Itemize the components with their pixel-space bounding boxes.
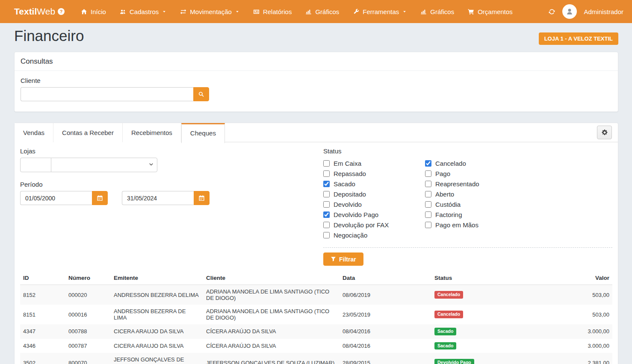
status-checkbox[interactable] — [425, 160, 431, 167]
lojas-select[interactable] — [51, 158, 157, 172]
brand-logo[interactable]: TextilWeb ? — [14, 6, 65, 17]
column-header-status: Status — [431, 272, 555, 285]
nav-item-graficos-2[interactable]: Gráficos — [413, 0, 461, 23]
status-checkbox[interactable] — [323, 170, 330, 177]
date-to-input[interactable] — [122, 191, 194, 205]
nav-menu: InícioCadastrosMovimentaçãoRelatóriosGrá… — [74, 0, 520, 23]
cliente-label: Cliente — [21, 77, 612, 84]
table-header-row: IDNúmeroEmitenteClienteDataStatusValor — [20, 272, 612, 285]
status-checkbox-label: Factoring — [435, 211, 462, 218]
tab-vendas[interactable]: Vendas — [15, 123, 53, 142]
status-checkbox[interactable] — [425, 191, 431, 197]
table-row[interactable]: 3502800070JEFFSON GONÇALVES DE SOUZAJEFE… — [20, 353, 612, 364]
status-checkbox[interactable] — [323, 160, 330, 167]
refresh-icon[interactable] — [548, 8, 555, 15]
page-title: Financeiro — [14, 27, 84, 44]
status-badge: Cancelado — [434, 291, 463, 299]
cell-data: 23/05/2019 — [340, 305, 431, 324]
status-option-sacado: Sacado — [323, 180, 425, 188]
status-checkbox-label: Depositado — [334, 191, 366, 198]
status-option-pago-em-mãos: Pago em Mãos — [425, 221, 527, 229]
calendar-icon — [198, 195, 205, 201]
table-row[interactable]: 8152000020ANDRESSON BEZERRA DELIMAADRIAN… — [20, 285, 612, 305]
status-checkbox[interactable] — [425, 201, 431, 208]
table-row[interactable]: 8151000016ANDRESSON BEZERRA DE LIMAADRIA… — [20, 305, 612, 324]
status-option-devolução-por-fax: Devolução por FAX — [323, 221, 425, 229]
status-checkbox[interactable] — [323, 201, 330, 208]
cell-data: 08/04/2016 — [340, 324, 431, 339]
status-badge: Sacado — [434, 342, 456, 350]
avatar[interactable] — [562, 4, 577, 19]
nav-item-label: Relatórios — [263, 8, 292, 15]
table-row[interactable]: 4347000788CICERA ARAUJO DA SILVACÍCERA A… — [20, 324, 612, 339]
tabs: VendasContas a ReceberRecebimentosCheque… — [15, 123, 225, 142]
main-panel: VendasContas a ReceberRecebimentosCheque… — [14, 123, 618, 364]
nav-item-relatorios[interactable]: Relatórios — [246, 0, 299, 23]
status-checkbox[interactable] — [323, 211, 330, 218]
filters-section: Lojas Período — [20, 147, 612, 266]
status-badge: Sacado — [434, 328, 456, 335]
status-checkbox-label: Pago em Mãos — [435, 221, 478, 229]
filtrar-button[interactable]: Filtrar — [323, 252, 363, 266]
date-to-calendar-button[interactable] — [194, 191, 210, 205]
tab-recebimentos[interactable]: Recebimentos — [123, 123, 181, 142]
nav-item-graficos[interactable]: Gráficos — [298, 0, 346, 23]
status-option-devolvido-pago: Devolvido Pago — [323, 211, 425, 218]
status-checkbox[interactable] — [323, 222, 330, 228]
cell-cliente: CÍCERA ARAÚJO DA SILVA — [203, 324, 340, 339]
nav-item-ferramentas[interactable]: Ferramentas — [346, 0, 413, 23]
lojas-code-input[interactable] — [20, 158, 51, 172]
nav-item-orcamentos[interactable]: Orçamentos — [461, 0, 520, 23]
cell-valor: 3.000,00 — [555, 324, 612, 339]
status-col1: Em CaixaRepassadoSacadoDepositadoDevolvi… — [323, 160, 425, 242]
column-header-número: Número — [65, 272, 111, 285]
status-checkbox[interactable] — [425, 211, 431, 218]
top-navbar: TextilWeb ? InícioCadastrosMovimentaçãoR… — [0, 0, 632, 23]
status-checkbox[interactable] — [323, 181, 330, 187]
status-checkbox[interactable] — [323, 232, 330, 238]
dates-row — [20, 191, 323, 205]
tab-contas-a-receber[interactable]: Contas a Receber — [53, 123, 123, 142]
status-checkbox[interactable] — [323, 191, 330, 197]
column-header-emitente: Emitente — [111, 272, 203, 285]
gear-icon — [601, 129, 608, 136]
date-from-input[interactable] — [20, 191, 92, 205]
status-checkbox[interactable] — [425, 222, 431, 228]
user-name[interactable]: Administrador — [584, 8, 623, 15]
tabbar: VendasContas a ReceberRecebimentosCheque… — [15, 123, 618, 142]
nav-item-label: Movimentação — [190, 8, 232, 15]
table-row[interactable]: 4346000787CICERA ARAUJO DA SILVACÍCERA A… — [20, 339, 612, 353]
person-icon — [565, 7, 574, 16]
cell-valor: 503,00 — [555, 305, 612, 324]
cell-id: 4346 — [20, 339, 65, 353]
status-option-cancelado: Cancelado — [425, 160, 527, 167]
status-checkbox-label: Negociação — [334, 232, 367, 239]
nav-item-label: Cadastros — [130, 8, 159, 15]
nav-item-movimentacao[interactable]: Movimentação — [173, 0, 246, 23]
periodo-label: Período — [20, 181, 323, 188]
cell-status: Cancelado — [431, 305, 555, 324]
brand-text-light: Web — [37, 6, 55, 17]
tab-cheques[interactable]: Cheques — [181, 123, 225, 143]
nav-item-label: Gráficos — [315, 8, 339, 15]
nav-item-inicio[interactable]: Início — [74, 0, 113, 23]
settings-button[interactable] — [597, 126, 612, 139]
status-option-factoring: Factoring — [425, 211, 527, 218]
status-checkbox[interactable] — [425, 181, 431, 187]
help-icon[interactable]: ? — [58, 8, 65, 15]
date-from-calendar-button[interactable] — [92, 191, 108, 205]
store-button[interactable]: LOJA 1 - A VELOZ TEXTIL — [539, 32, 618, 45]
status-option-em-caixa: Em Caixa — [323, 160, 425, 167]
cell-id: 8152 — [20, 285, 65, 305]
status-checkbox-label: Cancelado — [435, 160, 466, 167]
home-icon — [81, 9, 87, 15]
cell-id: 8151 — [20, 305, 65, 324]
status-option-custódia: Custódia — [425, 201, 527, 208]
exchange-icon — [180, 9, 186, 15]
nav-item-cadastros[interactable]: Cadastros — [113, 0, 173, 23]
cell-status: Devolvido Pago — [431, 353, 555, 364]
cliente-input[interactable] — [21, 87, 193, 101]
cliente-search-button[interactable] — [193, 87, 209, 101]
status-checkbox-label: Devolvido Pago — [334, 211, 378, 218]
status-checkbox[interactable] — [425, 170, 431, 177]
